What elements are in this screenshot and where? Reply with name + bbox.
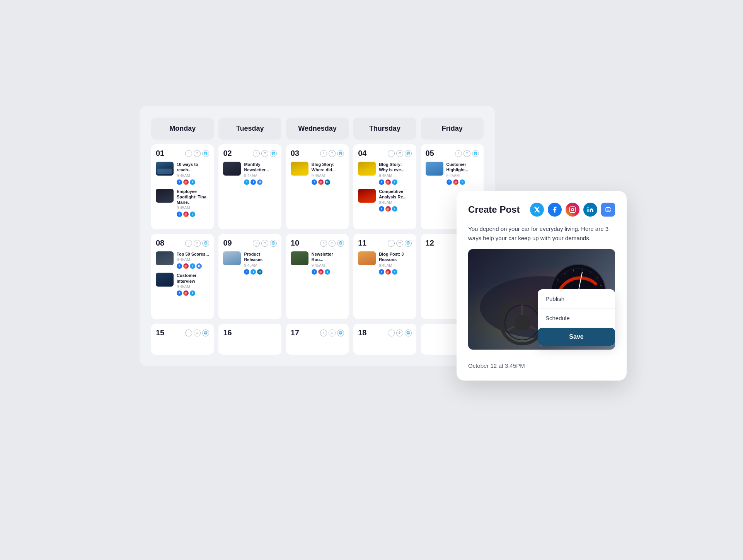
save-button[interactable]: Save <box>538 328 615 346</box>
cell-number-05: 05 <box>426 149 434 158</box>
cell-number-09: 09 <box>223 239 232 248</box>
post-time-04-2: 9:45AM <box>379 200 411 205</box>
post-thumb-09-1 <box>223 251 241 265</box>
tw-icon: t <box>460 179 465 185</box>
clock-icon-11: ⏱ <box>396 240 403 247</box>
day-cell-17: 17 ! ⏱ 🌐 <box>286 324 349 355</box>
alert-icon-18: ! <box>388 330 395 336</box>
cell-header-10: 10 ! ⏱ 🌐 <box>291 239 344 248</box>
post-title-05-1: Customer Highlight... <box>446 162 479 173</box>
fb-icon: f <box>177 263 182 269</box>
post-time-01-1: 9:45AM <box>177 174 209 178</box>
publish-option[interactable]: Publish <box>538 289 615 309</box>
post-info-08-2: Customer Interview 9:45AM f ◎ t <box>177 273 209 296</box>
post-title-04-1: Blog Story: Why is eve... <box>379 162 411 173</box>
post-item-08-2[interactable]: Customer Interview 9:45AM f ◎ t <box>156 273 209 296</box>
clock-icon-17: ⏱ <box>329 330 336 336</box>
post-info-03-1: Blog Story: Where did... 9:45AM f ◎ in <box>312 162 344 185</box>
twitter-icon[interactable] <box>530 203 544 217</box>
calendar-card: Monday Tuesday Wednesday Thursday Friday… <box>140 106 495 366</box>
globe-icon-03: 🌐 <box>337 150 344 157</box>
post-thumb-03-1 <box>291 162 308 176</box>
post-social-01-1: f ◎ t <box>177 179 209 185</box>
post-info-01-1: 10 ways to reach... 9:45AM f ◎ t <box>177 162 209 185</box>
cell-icons-03: ! ⏱ 🌐 <box>320 150 344 157</box>
facebook-icon[interactable] <box>548 203 562 217</box>
post-item-01-2[interactable]: Employee Spotlight: Tina Marie. 9:45AM f… <box>156 189 209 217</box>
post-thumb-04-1 <box>358 162 376 176</box>
post-item-05-1[interactable]: Customer Highlight... 9:45AM f ◎ t <box>426 162 479 185</box>
post-item-03-1[interactable]: Blog Story: Where did... 9:45AM f ◎ in <box>291 162 344 185</box>
linkedin-icon[interactable] <box>583 203 597 217</box>
day-cell-04: 04 ! ⏱ 🌐 Blog Story: Why is eve... 9:45A… <box>353 144 416 229</box>
cell-number-08: 08 <box>156 239 164 248</box>
bl-icon: B <box>196 263 202 269</box>
post-item-04-2[interactable]: Competitive Analysis Re... 9:45AM f ◎ t <box>358 189 411 212</box>
fb-icon: f <box>177 290 182 296</box>
tw-icon: t <box>392 179 397 185</box>
post-social-02-1: t f B <box>244 179 276 185</box>
post-item-10-1[interactable]: Newsletter Rou... 9:45AM f ◎ t <box>291 251 344 275</box>
post-item-09-1[interactable]: Product Releases 9:45AM f t in <box>223 251 276 275</box>
cell-number-10: 10 <box>291 239 299 248</box>
post-title-09-1: Product Releases <box>244 251 276 263</box>
day-cell-16: 16 <box>218 324 281 355</box>
globe-icon-09: 🌐 <box>270 240 277 247</box>
post-time-05-1: 9:45AM <box>446 174 479 178</box>
post-time-09-1: 9:45AM <box>244 263 276 268</box>
alert-icon-11: ! <box>388 240 395 247</box>
post-title-01-2: Employee Spotlight: Tina Marie. <box>177 189 209 205</box>
globe-icon-01: 🌐 <box>202 150 209 157</box>
alert-icon-04: ! <box>388 150 395 157</box>
post-time-02-1: 9:45AM <box>244 174 276 178</box>
post-item-08-1[interactable]: Top 50 Scores... 9:45AM f ◎ t B <box>156 251 209 269</box>
post-thumb-01-2 <box>156 189 174 203</box>
post-title-03-1: Blog Story: Where did... <box>312 162 344 173</box>
day-header-wednesday: Wednesday <box>286 118 349 140</box>
post-social-08-2: f ◎ t <box>177 290 209 296</box>
post-social-04-1: f ◎ t <box>379 179 411 185</box>
post-title-08-1: Top 50 Scores... <box>177 251 209 257</box>
tw-icon: t <box>251 269 256 275</box>
fb-icon: f <box>177 212 182 217</box>
cell-icons-08: ! ⏱ 🌐 <box>185 240 209 247</box>
day-header-tuesday: Tuesday <box>218 118 281 140</box>
post-info-02-1: Monthly Newsletter... 9:45AM t f B <box>244 162 276 185</box>
post-item-04-1[interactable]: Blog Story: Why is eve... 9:45AM f ◎ t <box>358 162 411 185</box>
post-social-03-1: f ◎ in <box>312 179 344 185</box>
post-time-11-1: 9:45AM <box>379 263 411 268</box>
post-social-11-1: f ◎ t <box>379 269 411 275</box>
tw-icon: t <box>190 263 195 269</box>
fb-icon: f <box>312 269 317 275</box>
blogger-icon[interactable] <box>601 203 615 217</box>
post-item-02-1[interactable]: Monthly Newsletter... 9:45AM t f B <box>223 162 276 185</box>
day-cell-11: 11 ! ⏱ 🌐 Blog Post: 3 Reasons 9:45AM f <box>353 234 416 319</box>
day-cell-10: 10 ! ⏱ 🌐 Newsletter Rou... 9:45AM f <box>286 234 349 319</box>
cell-number-01: 01 <box>156 149 164 158</box>
ig-icon: ◎ <box>385 269 391 275</box>
cell-number-02: 02 <box>223 149 232 158</box>
cell-number-15: 15 <box>156 328 164 337</box>
cell-number-12: 12 <box>426 239 434 248</box>
post-thumb-02-1 <box>223 162 241 176</box>
dropdown-menu: Publish Schedule Save <box>538 289 615 346</box>
clock-icon-08: ⏱ <box>194 240 201 247</box>
ig-icon: ◎ <box>183 212 189 217</box>
panel-header: Create Post <box>468 203 615 217</box>
day-cell-18: 18 ! ⏱ 🌐 <box>353 324 416 355</box>
day-header-thursday: Thursday <box>353 118 416 140</box>
panel-social-icons <box>530 203 615 217</box>
alert-icon-02: ! <box>253 150 260 157</box>
post-item-01-1[interactable]: 10 ways to reach... 9:45AM f ◎ t <box>156 162 209 185</box>
tw-icon: t <box>325 269 330 275</box>
schedule-option[interactable]: Schedule <box>538 309 615 328</box>
post-item-11-1[interactable]: Blog Post: 3 Reasons 9:45AM f ◎ t <box>358 251 411 275</box>
tw-icon: t <box>392 206 397 212</box>
alert-icon-08: ! <box>185 240 192 247</box>
alert-icon-09: ! <box>253 240 260 247</box>
instagram-icon[interactable] <box>566 203 579 217</box>
post-thumb-05-1 <box>426 162 443 176</box>
ig-icon: ◎ <box>183 179 189 185</box>
post-date: October 12 at 3:45PM <box>468 362 525 369</box>
alert-icon-05: ! <box>455 150 462 157</box>
